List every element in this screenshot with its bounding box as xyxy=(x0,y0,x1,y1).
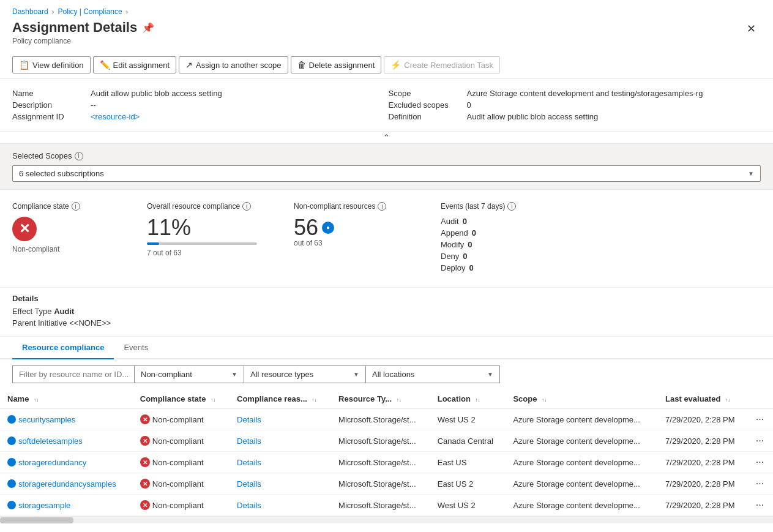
events-title: Events (last 7 days) i xyxy=(441,202,761,211)
cell-more-4: ··· xyxy=(749,495,773,516)
col-name[interactable]: Name ↑↓ xyxy=(0,389,133,409)
scope-sort[interactable]: ↑↓ xyxy=(542,397,547,403)
compliance-state-block: Compliance state i ✕ Non-compliant xyxy=(12,202,135,275)
scopes-label: Selected Scopes i xyxy=(12,151,761,160)
row-more-button-4[interactable]: ··· xyxy=(756,500,764,510)
scope-dropdown-chevron: ▼ xyxy=(748,170,754,177)
resource-link-4[interactable]: storagesample xyxy=(7,501,125,510)
assign-scope-button[interactable]: ↗ Assign to another scope xyxy=(179,56,288,73)
compliance-state-info[interactable]: i xyxy=(72,202,80,211)
resource-type-sort[interactable]: ↑↓ xyxy=(397,397,401,403)
toolbar: 📋 View definition ✏️ Edit assignment ↗ A… xyxy=(0,51,773,79)
details-link-4[interactable]: Details xyxy=(237,501,261,510)
delete-icon: 🗑 xyxy=(297,60,306,70)
details-link-3[interactable]: Details xyxy=(237,479,261,489)
resource-table: Name ↑↓ Compliance state ↑↓ Compliance r… xyxy=(0,389,773,516)
cell-more-2: ··· xyxy=(749,452,773,473)
resource-table-scroll[interactable]: Name ↑↓ Compliance state ↑↓ Compliance r… xyxy=(0,389,773,516)
compliance-bar-wrap xyxy=(147,242,257,245)
compliance-reason-sort[interactable]: ↑↓ xyxy=(312,397,317,403)
cell-more-3: ··· xyxy=(749,473,773,495)
details-link-1[interactable]: Details xyxy=(237,436,261,446)
cell-name-3: storageredundancysamples xyxy=(0,473,133,495)
tab-resource-compliance[interactable]: Resource compliance xyxy=(12,337,114,359)
resource-link-3[interactable]: storageredundancysamples xyxy=(7,479,125,489)
cell-scope-0: Azure Storage content developme... xyxy=(506,409,658,430)
effect-type-row: Effect Type Audit xyxy=(12,307,761,316)
close-button[interactable]: ✕ xyxy=(742,20,761,38)
scopes-info-icon[interactable]: i xyxy=(75,152,83,160)
filter-row: Non-compliant ▼ All resource types ▼ All… xyxy=(0,359,773,389)
location-sort[interactable]: ↑↓ xyxy=(476,397,480,403)
compliance-state-sort[interactable]: ↑↓ xyxy=(211,397,215,403)
nc-x-icon-3: ✕ xyxy=(140,479,150,489)
name-sort[interactable]: ↑↓ xyxy=(34,397,39,403)
col-last-evaluated[interactable]: Last evaluated ↑↓ xyxy=(658,389,749,409)
events-info[interactable]: i xyxy=(507,202,516,211)
cell-name-2: storageredundancy xyxy=(0,452,133,473)
row-more-button-3[interactable]: ··· xyxy=(756,478,764,489)
overall-compliance-title: Overall resource compliance i xyxy=(147,202,282,211)
resource-types-chevron: ▼ xyxy=(353,371,359,378)
col-location[interactable]: Location ↑↓ xyxy=(430,389,506,409)
page-title: Assignment Details xyxy=(12,20,137,36)
collapse-bar[interactable]: ⌃ xyxy=(0,131,773,143)
row-more-button-0[interactable]: ··· xyxy=(756,414,764,424)
details-link-2[interactable]: Details xyxy=(237,458,261,467)
resource-icon-3 xyxy=(7,479,16,488)
nc-count-badge: ● xyxy=(322,222,334,234)
bottom-scrollbar[interactable] xyxy=(0,516,773,523)
compliance-sub: 7 out of 63 xyxy=(147,249,282,257)
delete-assignment-button[interactable]: 🗑 Delete assignment xyxy=(291,56,382,73)
edit-assignment-button[interactable]: ✏️ Edit assignment xyxy=(93,56,177,73)
view-definition-button[interactable]: 📋 View definition xyxy=(12,56,91,73)
event-audit: Audit 0 xyxy=(441,217,761,226)
nc-x-icon-1: ✕ xyxy=(140,436,150,446)
cell-name-4: storagesample xyxy=(0,495,133,516)
cell-reason-1: Details xyxy=(230,430,331,452)
compliance-state-title: Compliance state i xyxy=(12,202,135,211)
non-compliant-sub: out of 63 xyxy=(294,239,428,247)
create-remediation-button[interactable]: ⚡ Create Remediation Task xyxy=(384,56,500,73)
breadcrumb-sep-2: › xyxy=(126,8,129,15)
breadcrumb-dashboard[interactable]: Dashboard xyxy=(12,7,48,16)
col-resource-type[interactable]: Resource Ty... ↑↓ xyxy=(331,389,430,409)
non-compliant-icon: ✕ xyxy=(12,217,37,241)
resource-filter-input[interactable] xyxy=(12,365,135,383)
cell-last-evaluated-2: 7/29/2020, 2:28 PM xyxy=(658,452,749,473)
page-subtitle: Policy compliance xyxy=(12,37,154,45)
non-compliant-info[interactable]: i xyxy=(378,202,386,211)
pin-icon[interactable]: 📌 xyxy=(142,22,154,34)
cell-more-0: ··· xyxy=(749,409,773,430)
assignment-details-panel: Dashboard › Policy | Compliance › Assign… xyxy=(0,0,773,532)
details-link-0[interactable]: Details xyxy=(237,415,261,424)
compliance-filter-chevron: ▼ xyxy=(231,371,237,378)
last-evaluated-sort[interactable]: ↑↓ xyxy=(725,397,730,403)
locations-filter-dropdown[interactable]: All locations ▼ xyxy=(365,365,500,383)
cell-last-evaluated-0: 7/29/2020, 2:28 PM xyxy=(658,409,749,430)
col-compliance-state[interactable]: Compliance state ↑↓ xyxy=(133,389,230,409)
event-deploy: Deploy 0 xyxy=(441,263,761,272)
cell-reason-4: Details xyxy=(230,495,331,516)
resource-link-2[interactable]: storageredundancy xyxy=(7,458,125,467)
row-more-button-2[interactable]: ··· xyxy=(756,457,764,467)
cell-last-evaluated-3: 7/29/2020, 2:28 PM xyxy=(658,473,749,495)
overall-compliance-info[interactable]: i xyxy=(242,202,251,211)
col-compliance-reason[interactable]: Compliance reas... ↑↓ xyxy=(230,389,331,409)
excluded-scopes-row: Excluded scopes 0 xyxy=(389,100,761,110)
resource-types-filter-dropdown[interactable]: All resource types ▼ xyxy=(244,365,366,383)
resource-link-1[interactable]: softdeletesamples xyxy=(7,436,125,446)
tabs-bar: Resource compliance Events xyxy=(0,337,773,359)
col-scope[interactable]: Scope ↑↓ xyxy=(506,389,658,409)
row-more-button-1[interactable]: ··· xyxy=(756,435,764,446)
cell-scope-4: Azure Storage content developme... xyxy=(506,495,658,516)
tab-events[interactable]: Events xyxy=(114,337,158,359)
resource-link-0[interactable]: securitysamples xyxy=(7,415,125,424)
breadcrumb-policy-compliance[interactable]: Policy | Compliance xyxy=(58,7,122,16)
cell-last-evaluated-1: 7/29/2020, 2:28 PM xyxy=(658,430,749,452)
compliance-filter-dropdown[interactable]: Non-compliant ▼ xyxy=(134,365,244,383)
events-block: Events (last 7 days) i Audit 0 Append 0 … xyxy=(441,202,761,275)
cell-location-0: West US 2 xyxy=(430,409,506,430)
scope-dropdown[interactable]: 6 selected subscriptions ▼ xyxy=(12,165,761,182)
assignment-details: Name Audit allow public blob access sett… xyxy=(0,79,773,131)
